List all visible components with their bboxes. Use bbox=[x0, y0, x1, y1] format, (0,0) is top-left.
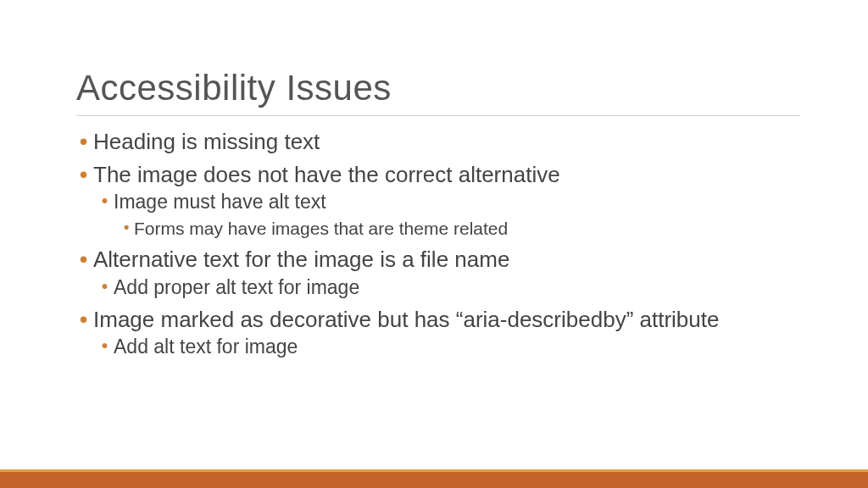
bullet-level-1: The image does not have the correct alte… bbox=[76, 161, 800, 189]
bullet-level-1: Heading is missing text bbox=[76, 128, 800, 156]
bullet-level-1: Alternative text for the image is a file… bbox=[76, 246, 800, 274]
bullet-level-2: Image must have alt text bbox=[76, 190, 800, 215]
footer-accent-bar bbox=[0, 469, 868, 488]
bullet-level-2: Add proper alt text for image bbox=[76, 275, 800, 301]
slide-title: Accessibility Issues bbox=[76, 68, 800, 116]
bullet-level-2: Add alt text for image bbox=[76, 335, 800, 360]
slide-content: Accessibility Issues Heading is missing … bbox=[0, 0, 868, 360]
bullet-level-1: Image marked as decorative but has “aria… bbox=[76, 306, 800, 334]
bullet-level-3: Forms may have images that are theme rel… bbox=[76, 217, 800, 241]
